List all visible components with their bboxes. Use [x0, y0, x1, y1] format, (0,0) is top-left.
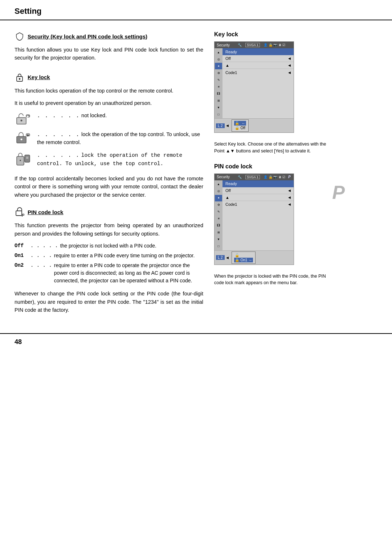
- keylock-body2: It is useful to prevent operation by an …: [15, 99, 203, 107]
- svg-text:▶: ▶: [27, 115, 29, 118]
- osd-sub-label2-pin: On1: [241, 258, 248, 262]
- svg-point-7: [21, 138, 23, 140]
- keylock-icon: [15, 72, 25, 82]
- osd-icon-pin-q: ◎: [215, 188, 222, 195]
- svg-point-11: [20, 160, 21, 161]
- osd-topbar-keylock: Security 🔧 SVGA 1 👤 🔒 📷 🖥 ☑: [215, 42, 294, 48]
- osd-l2-row-keylock: L 2 ◀ 🔓 ← 🔒 Off: [215, 118, 294, 132]
- osd-topbar-icons-keylock: 👤 🔒 📷 🖥 ☑: [264, 43, 285, 47]
- osd-row-off-pin: Off ◀: [222, 187, 294, 194]
- pin-caption: When the projector is locked with the PI…: [214, 273, 334, 287]
- osd-l2-label-pin: L 2: [216, 255, 225, 260]
- pin-osd: Security 🔧 SVGA 1 👤 🔒 📷 🖥 ☑ P ▲ ◎ ✦: [214, 173, 294, 265]
- keylock-body1: This function locks operation of the top…: [15, 87, 203, 95]
- left-column: Security (Key lock and PIN code lock set…: [15, 31, 203, 319]
- osd-topbar-source-keylock: SVGA 1: [245, 43, 260, 47]
- pin-warning: Whenever to change the PIN code lock set…: [15, 290, 203, 314]
- osd-icon-pin-sun: ☀: [215, 216, 222, 222]
- osd-topbar-title-pin: Security: [217, 175, 236, 179]
- osd-l2-row-pin: L 2 ◀ 🔓 🔒 On1 ←: [215, 250, 294, 265]
- keylock-option-top: ▶ . . . . . . lock the operation of the …: [15, 131, 203, 147]
- osd-icon-arr: ⊞: [215, 97, 222, 104]
- osd-arrow-code1: ◀: [288, 71, 291, 74]
- osd-icon-sun: ☀: [215, 83, 222, 90]
- osd-sub-option2-pin: 🔒 On1 ←: [234, 258, 253, 262]
- osd-main-rows-pin: Ready Off ◀ ▲ ◀ Code1: [222, 180, 294, 250]
- pin-options-list: Off . . . . . the projector is not locke…: [15, 242, 203, 285]
- keylock-heading-text: Key lock: [28, 74, 50, 80]
- keylock-section: Key lock This function locks operation o…: [15, 72, 203, 168]
- page-footer: 48: [0, 333, 392, 350]
- pin-icon: P: [15, 207, 25, 217]
- keylock-warning: If the top control accidentally becomes …: [15, 175, 203, 199]
- osd-icon-pin-active: ✦: [215, 195, 222, 201]
- osd-icon-pin-arr: ⊞: [215, 229, 222, 236]
- osd-icon-film: 🎞: [215, 90, 222, 97]
- keylock-heading: Key lock: [15, 72, 203, 82]
- osd-arrow-wb-pin: ◀: [288, 196, 291, 199]
- keylock-option-unlocked-text: . . . . . . not locked.: [37, 112, 203, 120]
- svg-rect-15: [16, 211, 22, 216]
- osd-row-code1-pin: Code1 ◀: [222, 201, 294, 208]
- pin-section: P PIN code lock This function prevents t…: [15, 207, 203, 314]
- svg-point-1: [19, 78, 20, 79]
- pin-body: This function prevents the projector fro…: [15, 221, 203, 238]
- osd-arrow-code1-pin: ◀: [288, 203, 291, 206]
- keylock-option-unlocked: ▶ . . . . . . not locked.: [15, 112, 203, 126]
- osd-row-off-keylock: Off ◀: [222, 55, 294, 62]
- svg-point-3: [21, 119, 23, 121]
- pin-lock-mark: P: [288, 175, 291, 179]
- svg-rect-12: [25, 155, 30, 162]
- osd-icon-tri-down: ▼: [215, 104, 222, 111]
- osd-row-wb-pin: ▲ ◀: [222, 194, 294, 201]
- osd-arrow-wb: ◀: [288, 64, 291, 67]
- osd-icon-box: □: [215, 111, 222, 118]
- osd-row-wbadj: ▲ ◀: [222, 62, 294, 69]
- keylock-osd: Security 🔧 SVGA 1 👤 🔒 📷 🖥 ☑ ▲ ◎ ✦ ⚙: [214, 41, 294, 133]
- keylock-right-section: Key lock Security 🔧 SVGA 1 👤 🔒 📷 🖥 ☑: [214, 31, 348, 155]
- keylock-option-top-text: . . . . . . lock the operation of the to…: [37, 131, 203, 147]
- osd-arrow-off: ◀: [288, 57, 291, 60]
- osd-icon-pin-tri-dn: ▼: [215, 236, 222, 243]
- osd-left-icons-keylock: ▲ ◎ ✦ ⚙ ✎ ☀ 🎞 ⊞ ▼ □: [215, 48, 222, 118]
- pin-overlay-icon: P: [332, 181, 345, 203]
- security-section-heading: Security (Key lock and PIN code lock set…: [15, 31, 203, 41]
- right-column: Key lock Security 🔧 SVGA 1 👤 🔒 📷 🖥 ☑: [214, 31, 348, 319]
- osd-l2-label: L 2: [216, 123, 225, 128]
- osd-icon-pin-tri-up: ▲: [215, 181, 222, 188]
- osd-main-rows-keylock: Ready Off ◀ ▲ ◀ Code1: [222, 48, 294, 118]
- osd-topbar-pin: Security 🔧 SVGA 1 👤 🔒 📷 🖥 ☑ P: [215, 174, 294, 180]
- osd-icon-star-active: ✦: [215, 63, 222, 69]
- lock-remote-icon: [15, 151, 32, 166]
- osd-topbar-icons-pin: 👤 🔒 📷 🖥 ☑: [264, 175, 285, 179]
- pin-right-section: PIN code lock Security 🔧 SVGA 1 👤 🔒 📷 🖥 …: [214, 163, 348, 287]
- osd-icon-p1: ✎: [215, 77, 222, 83]
- osd-l2-arrow-pin: ◀: [226, 256, 229, 259]
- osd-icon-pin-gear: ⚙: [215, 202, 222, 208]
- osd-arrow-off-pin: ◀: [288, 189, 291, 192]
- osd-topbar-title-keylock: Security: [217, 43, 236, 47]
- svg-text:P: P: [22, 213, 24, 217]
- pin-option-off: Off . . . . . the projector is not locke…: [15, 242, 203, 250]
- pin-option-on2: On2 . . . . require to enter a PIN code …: [15, 262, 203, 285]
- osd-row-ready-keylock: Ready: [222, 48, 294, 55]
- osd-topbar-source-pin: SVGA 1: [245, 175, 260, 179]
- pin-heading: P PIN code lock: [15, 207, 203, 217]
- osd-sub-arrow2-pin: ←: [249, 258, 252, 262]
- osd-row-ready-pin: Ready: [222, 180, 294, 187]
- osd-topbar-icon1-pin: 🔧: [238, 175, 242, 179]
- osd-topbar-icon1: 🔧: [238, 43, 242, 47]
- keylock-option-remote: . . . . . . lock the operation of the re…: [15, 151, 203, 168]
- osd-subpanel-pin: 🔓 🔒 On1 ←: [232, 252, 256, 264]
- osd-sub-option2-keylock: 🔒 Off: [234, 126, 246, 130]
- osd-icon-triangle-up: ▲: [215, 49, 222, 56]
- page-header: Setting: [0, 0, 392, 20]
- osd-sub-arrow1-keylock: ←: [242, 121, 245, 125]
- osd-sub-option1-pin: 🔓: [234, 253, 253, 258]
- osd-sub-icon2-pin: 🔒: [235, 258, 239, 262]
- osd-icon-pin-p1: ✎: [215, 209, 222, 215]
- page-number: 48: [15, 338, 22, 346]
- keylock-option-remote-text: . . . . . . lock the operation of the re…: [37, 151, 203, 168]
- osd-l2-arrow: ◀: [226, 124, 229, 127]
- osd-icon-gear: ⚙: [215, 70, 222, 76]
